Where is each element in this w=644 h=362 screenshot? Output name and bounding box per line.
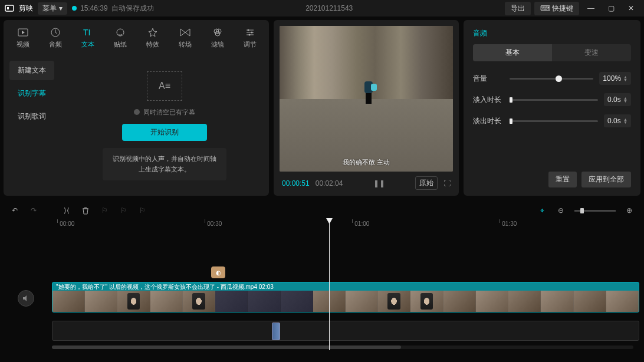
chevron-down-icon: ▾ xyxy=(59,4,63,12)
zoom-out-button[interactable]: ⊖ xyxy=(556,205,566,216)
subtitle-recognize-panel: A≡ 同时清空已有字幕 开始识别 识别视频中的人声，并自动在时间轴上生成字幕文本… xyxy=(60,56,269,196)
reset-button[interactable]: 重置 xyxy=(548,172,577,187)
clear-existing-checkbox[interactable]: 同时清空已有字幕 xyxy=(134,108,195,117)
volume-label: 音量 xyxy=(473,74,504,84)
minimize-button[interactable]: — xyxy=(583,4,599,12)
adjust-icon xyxy=(244,27,256,38)
adjustment-chip[interactable]: ◐ xyxy=(211,266,225,278)
preview-subtitle: 我的确不敢 主动 xyxy=(280,158,453,167)
fadein-slider[interactable] xyxy=(510,99,598,101)
preview-controls: 00:00:51 00:02:04 ❚❚ 原始 ⛶ xyxy=(280,172,453,190)
app-name: 剪映 xyxy=(19,4,33,14)
app-logo-icon xyxy=(5,4,14,13)
track-mute-button[interactable] xyxy=(18,290,34,307)
preview-viewport[interactable]: 我的确不敢 主动 xyxy=(280,26,453,172)
keyboard-icon: ⌨ xyxy=(540,4,550,12)
media-panel: 视频 音频 TI文本 贴纸 特效 转场 滤镜 调节 新建文本 识别字幕 识别歌词… xyxy=(4,20,269,196)
timeline-toolbar: ↶ ↷ ⟩⟨ ⚐ ⚐ ⚐ ⌖ ⊖ ⊕ xyxy=(5,202,639,219)
tab-filter[interactable]: 滤镜 xyxy=(202,25,233,51)
apply-all-button[interactable]: 应用到全部 xyxy=(581,172,631,187)
tab-video[interactable]: 视频 xyxy=(7,25,38,51)
shortcut-button[interactable]: ⌨ 快捷键 xyxy=(534,2,579,15)
fadeout-row: 淡出时长 0.0s▲▼ xyxy=(473,114,631,127)
transition-icon xyxy=(179,27,191,38)
autosave-time: 15:46:39 xyxy=(80,4,108,12)
subnav-new-text[interactable]: 新建文本 xyxy=(9,61,54,80)
fadein-value[interactable]: 0.0s▲▼ xyxy=(604,93,631,106)
delete-button[interactable] xyxy=(80,205,91,216)
tab-label: 音频 xyxy=(49,40,62,49)
svg-point-9 xyxy=(247,29,249,31)
fadeout-value[interactable]: 0.0s▲▼ xyxy=(604,114,631,127)
media-tabs: 视频 音频 TI文本 贴纸 特效 转场 滤镜 调节 xyxy=(4,20,269,56)
stepper-icon: ▲▼ xyxy=(623,75,627,81)
undo-button[interactable]: ↶ xyxy=(9,205,20,216)
checkbox-icon xyxy=(134,109,140,115)
video-clip[interactable]: "她要的，我给不了" 以后的视频，这个俄罗斯女孩不会出现了 - 西瓜视频.mp4… xyxy=(52,282,639,312)
menu-label: 菜单 xyxy=(42,4,57,14)
tab-audio[interactable]: 音频 xyxy=(40,25,71,51)
svg-text:TI: TI xyxy=(83,28,90,37)
audio-clip[interactable] xyxy=(272,322,280,340)
flag1-button[interactable]: ⚐ xyxy=(99,205,110,216)
filter-icon xyxy=(212,27,224,38)
audio-track[interactable] xyxy=(52,321,639,341)
volume-value[interactable]: 100%▲▼ xyxy=(599,72,631,85)
redo-button[interactable]: ↷ xyxy=(28,205,39,216)
text-subnav: 新建文本 识别字幕 识别歌词 xyxy=(4,56,60,196)
fadeout-label: 淡出时长 xyxy=(473,116,504,126)
start-recognize-button[interactable]: 开始识别 xyxy=(122,124,207,141)
tab-label: 视频 xyxy=(17,40,29,49)
stepper-icon: ▲▼ xyxy=(623,118,627,124)
svg-point-11 xyxy=(248,34,250,36)
total-time: 00:02:04 xyxy=(316,179,343,187)
export-button[interactable]: 导出 xyxy=(505,2,531,15)
tab-label: 文本 xyxy=(81,40,94,49)
flag2-button[interactable]: ⚐ xyxy=(118,205,129,216)
tab-adjust[interactable]: 调节 xyxy=(234,25,265,51)
subnav-recognize-subtitle[interactable]: 识别字幕 xyxy=(9,84,54,103)
split-button[interactable]: ⟩⟨ xyxy=(61,205,72,216)
subnav-recognize-lyrics[interactable]: 识别歌词 xyxy=(9,107,54,126)
svg-rect-1 xyxy=(7,7,9,9)
flag3-button[interactable]: ⚐ xyxy=(137,205,147,216)
timeline-area: ↶ ↷ ⟩⟨ ⚐ ⚐ ⚐ ⌖ ⊖ ⊕ 00:00 00:30 01:00 01:… xyxy=(0,199,644,355)
fullscreen-button[interactable]: ⛶ xyxy=(443,179,451,187)
project-name: 202101211543 xyxy=(305,4,353,12)
time-ruler[interactable]: 00:00 00:30 01:00 01:30 xyxy=(52,221,598,231)
tab-label: 特效 xyxy=(146,40,159,49)
tab-label: 贴纸 xyxy=(114,40,127,49)
stepper-icon: ▲▼ xyxy=(623,97,627,103)
timeline-scrollbar[interactable] xyxy=(52,345,633,349)
fadein-row: 淡入时长 0.0s▲▼ xyxy=(473,93,631,106)
tab-sticker[interactable]: 贴纸 xyxy=(104,25,136,51)
pause-button[interactable]: ❚❚ xyxy=(373,179,385,187)
sticker-icon xyxy=(114,27,126,38)
zoom-in-button[interactable]: ⊕ xyxy=(624,205,635,216)
tab-effect[interactable]: 特效 xyxy=(137,25,168,51)
zoom-slider[interactable] xyxy=(574,210,616,212)
shortcut-label: 快捷键 xyxy=(552,4,573,12)
tab-label: 滤镜 xyxy=(211,40,224,49)
effect-icon xyxy=(147,27,159,38)
menu-button[interactable]: 菜单 ▾ xyxy=(38,2,67,15)
volume-slider[interactable] xyxy=(510,78,593,80)
tab-speed[interactable]: 变速 xyxy=(552,44,631,61)
tab-label: 转场 xyxy=(179,40,192,49)
ruler-mark: 01:30 xyxy=(502,221,517,227)
fadeout-slider[interactable] xyxy=(510,120,598,122)
magnet-button[interactable]: ⌖ xyxy=(537,205,547,216)
close-button[interactable]: ✕ xyxy=(623,4,639,12)
ruler-mark: 01:00 xyxy=(354,221,369,227)
original-ratio-button[interactable]: 原始 xyxy=(415,176,438,190)
playhead[interactable] xyxy=(329,219,330,350)
properties-panel: 音频 基本 变速 音量 100%▲▼ 淡入时长 0.0s▲▼ 淡出时长 0.0s… xyxy=(464,20,640,196)
tab-text[interactable]: TI文本 xyxy=(72,25,103,51)
tab-basic[interactable]: 基本 xyxy=(473,44,552,61)
prop-tabs: 基本 变速 xyxy=(473,44,631,61)
maximize-button[interactable]: ▢ xyxy=(603,4,619,12)
clip-label: "她要的，我给不了" 以后的视频，这个俄罗斯女孩不会出现了 - 西瓜视频.mp4… xyxy=(52,282,639,291)
status-dot-icon xyxy=(72,6,77,11)
tab-transition[interactable]: 转场 xyxy=(169,25,201,51)
text-icon: TI xyxy=(82,27,94,38)
